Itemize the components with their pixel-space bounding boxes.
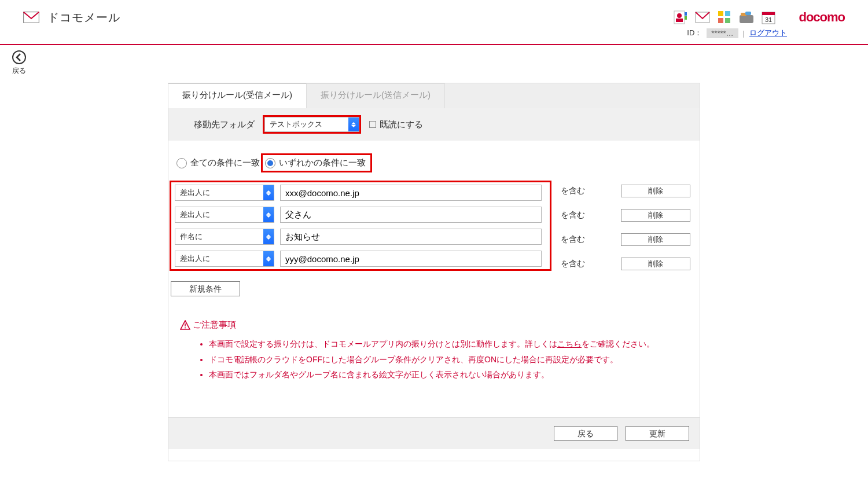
footer-back-button[interactable]: 戻る [554,426,617,441]
delete-condition-button[interactable]: 削除 [621,258,690,270]
condition-value-input[interactable] [280,207,542,223]
header-icon-row: 31 docomo [672,9,845,25]
rule-form: 移動先フォルダ テストボックス 既読にする 全ての条件に一致 いずれかの条件に一… [168,108,700,461]
dropdown-arrows-icon [263,229,274,244]
destination-folder-highlight: テストボックス [263,115,361,134]
back-nav: 戻る [0,45,868,83]
mark-read-label: 既読にする [380,119,423,130]
delete-condition-button[interactable]: 削除 [621,185,690,197]
dropdown-arrows-icon [348,117,359,131]
docomo-logo: docomo [799,10,845,25]
add-condition-button[interactable]: 新規条件 [171,281,240,296]
radio-match-all-label: 全ての条件に一致 [190,157,260,168]
id-value: *****… [707,28,738,38]
svg-rect-7 [718,11,723,16]
condition-suffix-column: を含む 削除 を含む 削除 を含む 削除 を含 [561,182,690,270]
dropdown-arrows-icon [263,207,274,222]
svg-rect-13 [745,12,751,15]
condition-value-input[interactable] [280,251,542,267]
condition-value-input[interactable] [280,185,542,201]
radio-match-all[interactable]: 全ての条件に一致 [176,157,260,168]
warning-icon [180,320,190,330]
note-item: 本画面ではフォルダ名やグループ名に含まれる絵文字が正しく表示されない場合がありま… [209,367,688,383]
notes-section: ご注意事項 本画面で設定する振り分けは、ドコモメールアプリ内の振り分けとは別に動… [168,296,700,388]
svg-text:31: 31 [765,16,772,23]
note-item: 本画面で設定する振り分けは、ドコモメールアプリ内の振り分けとは別に動作します。詳… [209,336,688,352]
apps-grid-icon[interactable] [716,9,733,25]
note-item: ドコモ電話帳のクラウドをOFFにした場合グループ条件がクリアされ、再度ONにした… [209,352,688,368]
note-link[interactable]: こちら [557,339,582,348]
condition-field-value: 差出人に [180,253,210,264]
conditions-highlight-box: 差出人に 差出人に 件名に [170,181,551,271]
data-storage-icon[interactable] [738,9,755,25]
notes-list: 本画面で設定する振り分けは、ドコモメールアプリ内の振り分けとは別に動作します。詳… [180,330,688,383]
back-button[interactable]: 戻る [12,50,27,76]
note-text: をご確認ください。 [582,339,654,348]
radio-match-any-label: いずれかの条件に一致 [279,157,366,168]
svg-rect-4 [685,12,687,16]
mail-icon[interactable] [694,9,711,25]
svg-rect-9 [718,18,723,23]
tab-outbox-rules[interactable]: 振り分けルール(送信メール) [307,83,445,108]
condition-row: 差出人に 差出人に 件名に [168,181,700,271]
radio-match-any[interactable]: いずれかの条件に一致 [261,153,372,172]
schedule-icon[interactable]: 31 [760,9,777,25]
condition-field-select[interactable]: 件名に [175,229,274,245]
conditions-area: 差出人に 差出人に 件名に [168,181,700,271]
contacts-icon[interactable] [672,9,689,25]
tab-inbox-rules[interactable]: 振り分けルール(受信メール) [168,83,307,108]
condition-suffix: を含む [561,259,585,269]
svg-rect-3 [676,19,683,22]
mark-read-checkbox[interactable] [369,121,376,128]
header-right: 31 docomo ID： *****… | ログアウト [672,9,845,38]
condition-field-select[interactable]: 差出人に [175,251,274,267]
back-label: 戻る [12,66,26,76]
condition-field-value: 差出人に [180,210,210,220]
svg-point-2 [677,13,682,18]
match-mode-row: 全ての条件に一致 いずれかの条件に一致 [168,141,700,181]
destination-folder-select[interactable]: テストボックス [264,117,359,132]
condition-suffix: を含む [561,210,585,221]
svg-rect-5 [685,16,687,20]
svg-point-17 [13,51,25,64]
destination-folder-bar: 移動先フォルダ テストボックス 既読にする [168,108,700,141]
svg-rect-11 [740,15,753,23]
notes-title-text: ご注意事項 [193,319,236,330]
id-label: ID： [687,28,702,38]
condition-field-select[interactable]: 差出人に [175,185,274,201]
destination-folder-value: テストボックス [270,119,322,130]
note-text: 本画面で設定する振り分けは、ドコモメールアプリ内の振り分けとは別に動作します。詳… [209,339,557,348]
brand: ドコモメール [23,9,120,25]
condition-field-value: 差出人に [180,188,210,198]
back-arrow-icon [12,50,27,65]
condition-value-input[interactable] [280,229,542,245]
logout-link[interactable]: ログアウト [749,28,787,38]
notes-title: ご注意事項 [180,319,688,330]
dropdown-arrows-icon [263,185,274,200]
delete-condition-button[interactable]: 削除 [621,233,690,246]
header: ドコモメール 31 docomo ID： *****… | ログアウト [0,0,868,44]
separator: | [743,29,745,38]
radio-icon [176,158,187,168]
tab-bar: 振り分けルール(受信メール) 振り分けルール(送信メール) [168,83,700,108]
svg-rect-15 [762,12,775,15]
condition-field-value: 件名に [180,232,203,242]
footer-bar: 戻る 更新 [168,417,700,449]
condition-suffix: を含む [561,234,585,245]
rule-panel: 振り分けルール(受信メール) 振り分けルール(送信メール) 移動先フォルダ テス… [168,83,700,461]
brand-title: ドコモメール [47,10,120,25]
svg-rect-10 [725,18,730,23]
mail-logo-icon [23,9,39,25]
svg-rect-8 [725,11,730,16]
svg-point-20 [185,327,186,328]
footer-update-button[interactable]: 更新 [626,426,689,441]
destination-folder-label: 移動先フォルダ [194,119,255,130]
dropdown-arrows-icon [263,251,274,266]
condition-field-select[interactable]: 差出人に [175,207,274,223]
radio-icon [265,158,275,168]
condition-suffix: を含む [561,186,585,196]
delete-condition-button[interactable]: 削除 [621,209,690,222]
id-line: ID： *****… | ログアウト [687,28,787,38]
